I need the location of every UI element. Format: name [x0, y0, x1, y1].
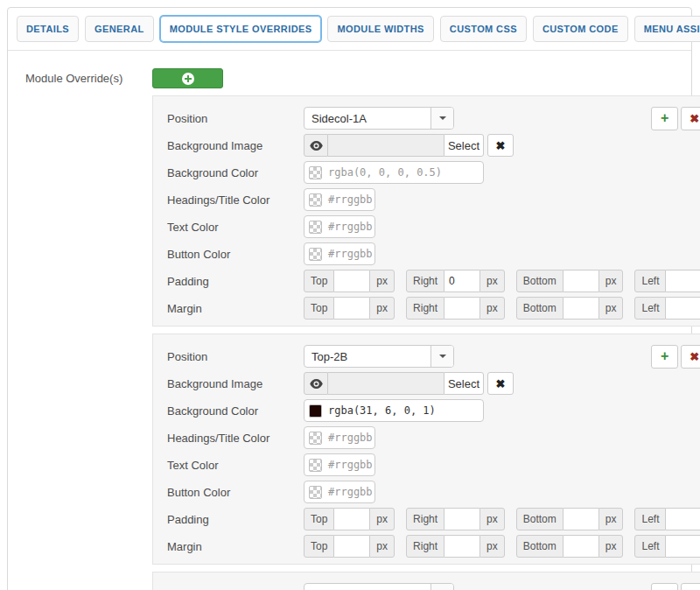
panel-actions: + ✖: [651, 107, 700, 130]
module-override-panel-1: Position Sidecol-1A + ✖ Background Image: [152, 95, 700, 327]
color-placeholder: #rrggbb: [328, 486, 373, 498]
padding-left-input[interactable]: [666, 270, 700, 292]
unit-label: px: [369, 270, 395, 292]
background-image-input[interactable]: [328, 372, 444, 395]
tab-menu-assignment[interactable]: MENU ASSIGNMENT: [634, 16, 700, 42]
button-color-row: Button Color #rrggbb: [167, 242, 700, 265]
tab-general[interactable]: GENERAL: [85, 16, 154, 42]
chevron-down-icon[interactable]: [430, 346, 453, 367]
padding-left-group: Left px: [634, 270, 700, 292]
margin-left-input[interactable]: [666, 297, 700, 320]
tab-module-style-overrides[interactable]: MODULE STYLE OVERRIDES: [160, 16, 322, 42]
headings-title-color-input[interactable]: #rrggbb: [304, 426, 375, 449]
position-select[interactable]: Sidecol-1A: [304, 107, 454, 130]
background-color-input[interactable]: rgba(0, 0, 0, 0.5): [304, 161, 484, 184]
side-label: Bottom: [516, 270, 564, 292]
chevron-down-icon[interactable]: [430, 108, 453, 129]
unit-label: px: [369, 297, 395, 320]
button-color-label: Button Color: [167, 248, 304, 261]
delete-override-button[interactable]: ✖: [681, 107, 700, 130]
margin-top-input[interactable]: [334, 297, 369, 320]
margin-right-input[interactable]: [444, 535, 480, 558]
background-color-value: rgba(0, 0, 0, 0.5): [328, 166, 442, 179]
padding-inputs: Top px Right px Bottom px: [304, 270, 700, 292]
position-value: Top-2B: [304, 346, 430, 367]
background-image-group: Select: [304, 134, 484, 157]
module-settings-panel: DETAILS GENERAL MODULE STYLE OVERRIDES M…: [7, 7, 692, 590]
headings-title-color-label: Headings/Title Color: [167, 432, 304, 445]
margin-top-input[interactable]: [334, 535, 369, 558]
margin-left-input[interactable]: [666, 535, 700, 558]
color-placeholder: #rrggbb: [328, 221, 373, 233]
clear-image-button[interactable]: ✖: [487, 372, 514, 395]
add-module-override-button[interactable]: [152, 68, 223, 88]
margin-row: Margin Top px Right px B: [167, 297, 700, 320]
text-color-row: Text Color #rrggbb: [167, 453, 700, 476]
select-image-button[interactable]: Select: [444, 134, 484, 157]
delete-override-button[interactable]: ✖: [681, 345, 700, 369]
padding-inputs: Top px Right px Bottom px: [304, 508, 700, 530]
preview-eye-button[interactable]: [304, 134, 328, 157]
background-image-input[interactable]: [328, 134, 444, 157]
color-placeholder: #rrggbb: [328, 432, 373, 444]
position-row: Position Bottom-2A + ✖: [167, 583, 700, 590]
module-override-panel-3: Position Bottom-2A + ✖: [152, 572, 700, 590]
padding-right-group: Right px: [406, 270, 505, 292]
color-placeholder: #rrggbb: [328, 193, 373, 206]
padding-top-input[interactable]: [334, 270, 369, 292]
button-color-input[interactable]: #rrggbb: [304, 481, 375, 503]
eye-icon: [310, 379, 323, 389]
plus-icon: +: [661, 349, 668, 363]
color-swatch-checker: [309, 486, 322, 499]
add-override-button[interactable]: +: [651, 345, 678, 369]
preview-eye-button[interactable]: [304, 372, 328, 395]
side-label: Bottom: [516, 297, 564, 320]
padding-top-input[interactable]: [334, 508, 369, 530]
position-value: Bottom-2A: [304, 584, 430, 590]
margin-bottom-input[interactable]: [564, 297, 598, 320]
side-label: Right: [406, 270, 444, 292]
text-color-input[interactable]: #rrggbb: [304, 453, 375, 476]
margin-bottom-input[interactable]: [564, 535, 598, 558]
position-value: Sidecol-1A: [304, 108, 430, 129]
eye-icon: [310, 141, 323, 151]
add-override-button[interactable]: +: [651, 583, 678, 590]
tab-module-widths[interactable]: MODULE WIDTHS: [327, 16, 433, 42]
position-select[interactable]: Bottom-2A: [304, 583, 454, 590]
tab-details[interactable]: DETAILS: [17, 16, 79, 42]
tab-content: Module Override(s) Position Sidecol-1A +…: [8, 50, 691, 590]
button-color-row: Button Color #rrggbb: [167, 481, 700, 503]
background-color-input[interactable]: rgba(31, 6, 0, 1): [304, 399, 484, 422]
unit-label: px: [598, 508, 624, 530]
side-label: Left: [634, 270, 666, 292]
text-color-label: Text Color: [167, 459, 304, 472]
padding-bottom-input[interactable]: [564, 270, 598, 292]
delete-override-button[interactable]: ✖: [681, 583, 700, 590]
color-swatch-checker: [309, 432, 322, 445]
tab-custom-code[interactable]: CUSTOM CODE: [533, 16, 628, 42]
side-label: Left: [634, 535, 666, 558]
padding-right-input[interactable]: [444, 270, 480, 292]
button-color-input[interactable]: #rrggbb: [304, 242, 375, 265]
margin-right-input[interactable]: [444, 297, 480, 320]
select-image-button[interactable]: Select: [444, 372, 484, 395]
unit-label: px: [480, 297, 505, 320]
chevron-down-icon[interactable]: [430, 584, 453, 590]
clear-image-button[interactable]: ✖: [487, 134, 514, 157]
padding-label: Padding: [167, 513, 304, 526]
padding-right-input[interactable]: [444, 508, 480, 530]
padding-bottom-input[interactable]: [564, 508, 598, 530]
tab-custom-css[interactable]: CUSTOM CSS: [440, 16, 527, 42]
module-override-panel-2: Position Top-2B + ✖ Background Image: [152, 334, 700, 565]
margin-top-group: Top px: [304, 535, 395, 558]
clear-x-icon: ✖: [496, 139, 506, 152]
position-select[interactable]: Top-2B: [304, 345, 454, 368]
add-override-button[interactable]: +: [651, 107, 678, 130]
text-color-input[interactable]: #rrggbb: [304, 215, 375, 238]
padding-left-input[interactable]: [666, 508, 700, 530]
side-label: Right: [406, 508, 444, 530]
background-image-label: Background Image: [167, 139, 304, 152]
margin-right-group: Right px: [406, 535, 505, 558]
background-image-row: Background Image Select ✖: [167, 372, 700, 395]
headings-title-color-input[interactable]: #rrggbb: [304, 188, 375, 211]
